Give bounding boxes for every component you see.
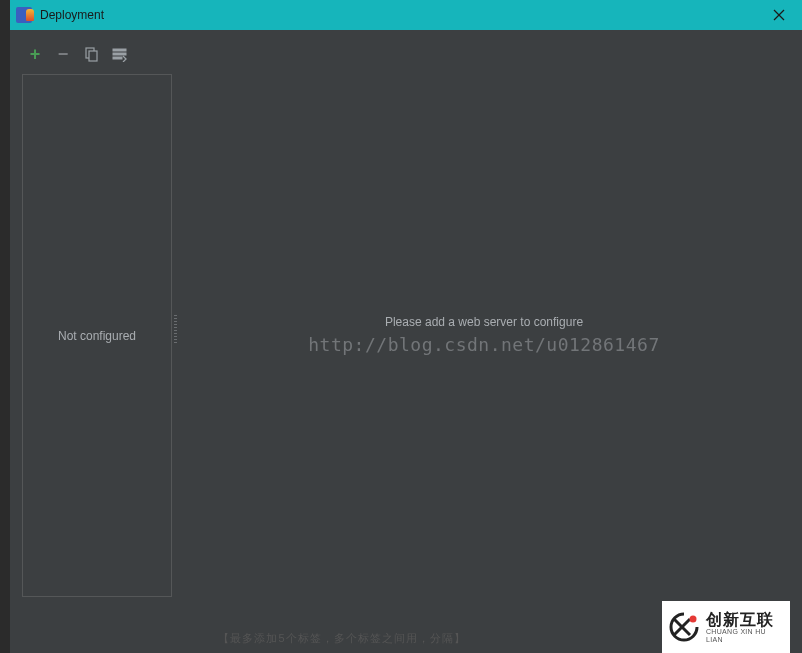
content-area: + − Not configu	[10, 30, 802, 653]
remove-button[interactable]: −	[54, 45, 72, 63]
plus-icon: +	[30, 45, 41, 63]
svg-rect-3	[89, 51, 97, 61]
brand-logo-icon	[668, 611, 700, 643]
minus-icon: −	[58, 45, 69, 63]
list-icon	[112, 47, 127, 62]
deployment-dialog: Deployment + −	[10, 0, 802, 653]
empty-list-label: Not configured	[58, 329, 136, 343]
brand-text: 创新互联 CHUANG XIN HU LIAN	[706, 611, 784, 644]
copy-icon	[84, 47, 99, 62]
toolbar: + −	[22, 40, 790, 68]
splitter-handle-icon	[174, 315, 177, 345]
brand-name-pinyin: CHUANG XIN HU LIAN	[706, 628, 784, 643]
window-title: Deployment	[40, 8, 764, 22]
copy-button[interactable]	[82, 45, 100, 63]
brand-name-cn: 创新互联	[706, 611, 784, 629]
watermark-text: http://blog.csdn.net/u012861467	[308, 334, 659, 355]
app-icon	[16, 7, 32, 23]
main-panes: Not configured Please add a web server t…	[22, 74, 790, 597]
brand-overlay: 创新互联 CHUANG XIN HU LIAN	[662, 601, 790, 653]
svg-rect-6	[113, 57, 122, 59]
obscured-bottom-row: 【最多添加5个标签，多个标签之间用，分隔】	[22, 629, 662, 647]
svg-point-9	[690, 616, 697, 623]
list-button[interactable]	[110, 45, 128, 63]
add-button[interactable]: +	[26, 45, 44, 63]
details-pane: Please add a web server to configure htt…	[178, 74, 790, 597]
svg-rect-5	[113, 53, 126, 55]
obscured-text: 【最多添加5个标签，多个标签之间用，分隔】	[218, 631, 465, 646]
svg-rect-4	[113, 49, 126, 51]
title-bar: Deployment	[10, 0, 802, 30]
close-button[interactable]	[764, 0, 794, 30]
close-icon	[773, 9, 785, 21]
background-sliver	[0, 0, 10, 653]
hint-text: Please add a web server to configure	[385, 315, 583, 329]
servers-list-pane[interactable]: Not configured	[22, 74, 172, 597]
